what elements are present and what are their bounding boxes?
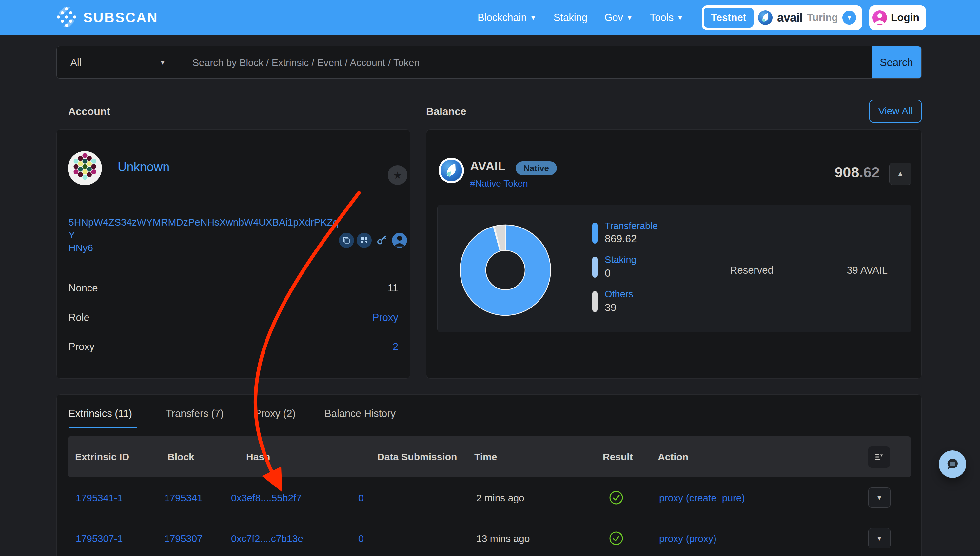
- row2-time: 13 mins ago: [476, 533, 530, 544]
- account-card: Unknown ★ 5HNpW4ZS34zWYMRMDzPeNHsXwnbW4U…: [57, 129, 410, 379]
- legend-label-others[interactable]: Others: [605, 289, 633, 300]
- nav-blockchain[interactable]: Blockchain ▼: [478, 12, 536, 24]
- success-check-icon: [609, 490, 624, 506]
- account-name-link[interactable]: Unknown: [118, 160, 170, 174]
- col-hash: Hash: [246, 451, 270, 462]
- balance-breakdown-panel: Transferable 869.62 Staking 0 Others 39 …: [437, 205, 912, 333]
- token-total-int: 908: [835, 164, 859, 181]
- legend-label-staking[interactable]: Staking: [605, 254, 636, 265]
- chevron-down-icon[interactable]: ▼: [842, 11, 856, 24]
- search-filter-value: All: [71, 57, 81, 68]
- nav-gov[interactable]: Gov ▼: [604, 12, 633, 24]
- field-value-proxy[interactable]: 2: [393, 341, 398, 353]
- row1-block-link[interactable]: 1795341: [164, 492, 203, 504]
- field-label-nonce: Nonce: [68, 282, 98, 294]
- key-icon[interactable]: [374, 233, 389, 248]
- row2-extrinsic-id-link[interactable]: 1795307-1: [76, 533, 123, 544]
- tab-extrinsics[interactable]: Extrinsics (11): [68, 408, 132, 420]
- search-button[interactable]: Search: [872, 46, 921, 78]
- search-input[interactable]: [192, 47, 868, 78]
- legend-label-transferable[interactable]: Transferable: [605, 221, 658, 231]
- subscan-logo[interactable]: SUBSCAN: [57, 0, 158, 35]
- row1-extrinsic-id-link[interactable]: 1795341-1: [76, 492, 123, 504]
- account-section-title: Account: [68, 105, 110, 118]
- qr-code-icon[interactable]: [357, 233, 372, 248]
- legend-swatch-transferable: [592, 223, 597, 244]
- row2-action-link[interactable]: proxy (proxy): [659, 533, 717, 544]
- success-check-icon: [609, 531, 624, 547]
- row1-data-submission-link[interactable]: 0: [358, 492, 364, 504]
- nav-gov-label: Gov: [604, 12, 623, 24]
- nav-blockchain-label: Blockchain: [478, 12, 527, 24]
- table-header: Extrinsic ID Block Hash Data Submission …: [68, 436, 911, 477]
- field-value-role[interactable]: Proxy: [372, 312, 398, 323]
- subscan-logo-icon: [57, 7, 77, 29]
- nav-tools[interactable]: Tools ▼: [650, 12, 683, 24]
- reserved-value: 39 AVAIL: [847, 265, 888, 276]
- legend-value-staking: 0: [605, 267, 610, 279]
- native-badge: Native: [515, 161, 557, 175]
- row2-block-link[interactable]: 1795307: [164, 533, 203, 544]
- balance-card: AVAIL Native #Native Token 908.62 ▲ Tran…: [426, 129, 922, 379]
- view-all-button[interactable]: View All: [869, 100, 922, 123]
- avail-logo-icon: [758, 10, 773, 25]
- search-filter-dropdown[interactable]: All ▼: [57, 46, 181, 78]
- collapse-button[interactable]: ▲: [889, 163, 912, 185]
- tab-proxy[interactable]: Proxy (2): [254, 408, 295, 420]
- legend-swatch-others: [592, 291, 597, 312]
- chevron-down-icon: ▼: [876, 535, 883, 542]
- col-result: Result: [603, 451, 633, 462]
- chevron-down-icon: ▼: [626, 15, 633, 21]
- col-time: Time: [474, 451, 497, 462]
- chevron-down-icon: ▼: [159, 59, 166, 66]
- col-data-submission: Data Submission: [377, 451, 457, 462]
- login-button[interactable]: Login: [869, 5, 926, 30]
- avail-token-logo-icon: [439, 158, 464, 184]
- chevron-down-icon: ▼: [876, 494, 883, 501]
- legend-value-transferable: 869.62: [605, 233, 637, 245]
- field-label-proxy: Proxy: [68, 341, 94, 353]
- account-address[interactable]: 5HNpW4ZS34zWYMRMDzPeNHsXwnbW4UXBAi1pXdrP…: [68, 216, 344, 254]
- legend-value-others: 39: [605, 302, 617, 314]
- main-nav: Blockchain ▼ Staking Gov ▼ Tools ▼: [478, 0, 683, 35]
- token-total-dec: .62: [859, 164, 880, 181]
- activity-card: Extrinsics (11) Transfers (7) Proxy (2) …: [57, 394, 922, 556]
- brand-name: SUBSCAN: [83, 10, 158, 26]
- balance-donut-chart: [460, 224, 551, 316]
- copy-icon[interactable]: [339, 233, 354, 248]
- chain-variant: Turing: [807, 12, 838, 24]
- native-token-link[interactable]: #Native Token: [470, 178, 528, 189]
- active-tab-indicator: [68, 427, 137, 428]
- search-bar: All ▼ Search: [57, 46, 922, 79]
- row2-data-submission-link[interactable]: 0: [358, 533, 364, 544]
- row1-expand-button[interactable]: ▼: [868, 488, 891, 508]
- chat-button[interactable]: [939, 451, 966, 478]
- account-icon[interactable]: [392, 233, 407, 248]
- login-label: Login: [891, 11, 919, 24]
- reserved-label: Reserved: [730, 265, 773, 276]
- chevron-down-icon: ▼: [530, 15, 536, 21]
- testnet-badge[interactable]: Testnet: [704, 8, 754, 27]
- legend-swatch-staking: [592, 257, 597, 278]
- chat-icon: [945, 457, 960, 472]
- filter-icon: [874, 452, 884, 462]
- network-selector[interactable]: Testnet avail Turing ▼: [702, 5, 862, 30]
- chain-name: avail: [777, 11, 802, 24]
- col-block: Block: [168, 451, 194, 462]
- row2-hash-link[interactable]: 0xc7f2....c7b13e: [231, 533, 303, 544]
- row1-hash-link[interactable]: 0x3ef8....55b2f7: [231, 492, 302, 504]
- address-line-1: 5HNpW4ZS34zWYMRMDzPeNHsXwnbW4UXBAi1pXdrP…: [68, 217, 339, 240]
- row2-expand-button[interactable]: ▼: [868, 528, 891, 548]
- nav-staking[interactable]: Staking: [554, 12, 587, 24]
- tab-balance-history[interactable]: Balance History: [325, 408, 396, 420]
- account-identicon: [68, 151, 102, 186]
- tab-transfers[interactable]: Transfers (7): [166, 408, 224, 420]
- col-action: Action: [658, 451, 688, 462]
- token-total: 908.62: [835, 164, 880, 181]
- table-filter-button[interactable]: [868, 446, 890, 468]
- field-label-role: Role: [68, 312, 89, 323]
- row1-action-link[interactable]: proxy (create_pure): [659, 492, 745, 504]
- nav-tools-label: Tools: [650, 12, 673, 24]
- favorite-star-button[interactable]: ★: [388, 165, 407, 185]
- chevron-down-icon: ▼: [677, 15, 683, 21]
